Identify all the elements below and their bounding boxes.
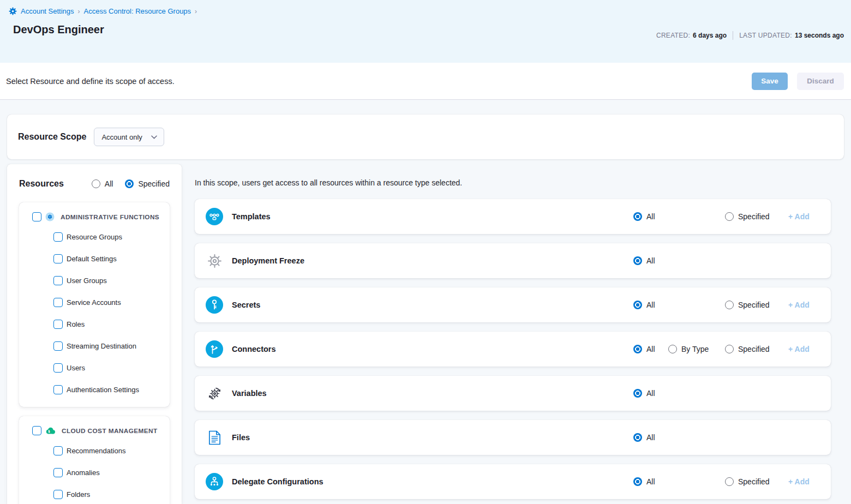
radio-all-secrets[interactable]: All <box>633 301 668 309</box>
radio-all-connectors[interactable]: All <box>633 345 668 353</box>
radio-control-specified[interactable] <box>725 301 734 309</box>
resource-rows: TemplatesAllSpecified+ AddDeployment Fre… <box>195 199 831 499</box>
radio-by-type-connectors[interactable]: By Type <box>668 345 725 353</box>
radio-specified-delegate-configurations[interactable]: Specified <box>725 477 788 486</box>
header-meta: CREATED: 6 days ago LAST UPDATED: 13 sec… <box>656 31 844 40</box>
add-button-connectors[interactable]: + Add <box>788 345 809 353</box>
checkbox-anomalies[interactable] <box>53 468 63 477</box>
checkbox-resource-groups[interactable] <box>53 232 63 242</box>
columns: Resources All Specified ADMINISTRATIVE F… <box>7 164 844 504</box>
radio-all-templates[interactable]: All <box>633 212 668 221</box>
checkbox-roles[interactable] <box>53 320 63 329</box>
item-label-authentication-settings: Authentication Settings <box>67 386 139 394</box>
row-controls: AllSpecified+ Add <box>633 477 809 486</box>
radio-control-all[interactable] <box>633 301 642 309</box>
resource-row-delegate-configurations: Delegate ConfigurationsAllSpecified+ Add <box>195 464 831 499</box>
radio-label-all: All <box>646 477 655 486</box>
sidebar-item-resource-groups[interactable]: Resource Groups <box>32 226 164 248</box>
checkbox-users[interactable] <box>53 363 63 373</box>
last-updated-value: 13 seconds ago <box>795 32 844 39</box>
templates-icon <box>206 208 223 225</box>
radio-all-files[interactable]: All <box>633 433 668 442</box>
radio-control-specified[interactable] <box>725 212 734 221</box>
resource-row-connectors: ConnectorsAllBy TypeSpecified+ Add <box>195 332 831 367</box>
radio-control-all[interactable] <box>633 212 642 221</box>
sidebar-item-default-settings[interactable]: Default Settings <box>32 248 164 269</box>
radio-control-specified[interactable] <box>725 345 734 353</box>
radio-control-all[interactable] <box>633 256 642 265</box>
radio-control-all[interactable] <box>633 433 642 442</box>
secrets-icon <box>206 296 223 314</box>
radio-control-by-type[interactable] <box>668 345 677 353</box>
radio-specified-control[interactable] <box>125 179 134 188</box>
radio-all-variables[interactable]: All <box>633 389 668 398</box>
radio-all[interactable]: All <box>92 179 113 188</box>
radio-label-all: All <box>646 212 655 221</box>
checkbox-recommendations[interactable] <box>53 446 63 455</box>
row-title-deployment-freeze: Deployment Freeze <box>232 256 304 265</box>
resource-scope-label: Resource Scope <box>18 132 86 142</box>
radio-control-specified[interactable] <box>725 477 734 486</box>
delegate-configurations-icon <box>206 473 223 490</box>
add-button-delegate-configurations[interactable]: + Add <box>788 477 809 486</box>
radio-label-specified: Specified <box>738 212 770 221</box>
sidebar-item-recommendations[interactable]: Recommendations <box>32 440 164 461</box>
checkbox-cloud-cost-management[interactable] <box>32 426 41 435</box>
radio-specified-templates[interactable]: Specified <box>725 212 788 221</box>
radio-all-delegate-configurations[interactable]: All <box>633 477 668 486</box>
row-title-variables: Variables <box>232 389 267 398</box>
radio-specified[interactable]: Specified <box>125 179 170 188</box>
resources-mode-radios: All Specified <box>92 179 170 188</box>
sidebar-item-authentication-settings[interactable]: Authentication Settings <box>32 379 164 400</box>
checkbox-service-accounts[interactable] <box>53 298 63 307</box>
save-button[interactable]: Save <box>752 73 788 90</box>
checkbox-authentication-settings[interactable] <box>53 385 63 394</box>
sidebar-header: Resources All Specified <box>19 179 170 189</box>
item-label-streaming-destination: Streaming Destination <box>67 342 136 350</box>
radio-specified-connectors[interactable]: Specified <box>725 345 788 353</box>
checkbox-user-groups[interactable] <box>53 276 63 285</box>
sidebar-item-folders[interactable]: Folders <box>32 483 164 504</box>
breadcrumb-account-settings[interactable]: Account Settings <box>21 7 74 15</box>
chevron-down-icon <box>151 135 157 139</box>
sidebar-item-roles[interactable]: Roles <box>32 313 164 335</box>
radio-label-specified: Specified <box>738 345 770 353</box>
group-label-administrative-functions: ADMINISTRATIVE FUNCTIONS <box>61 213 159 221</box>
sidebar-item-anomalies[interactable]: Anomalies <box>32 461 164 483</box>
row-controls: AllSpecified+ Add <box>633 301 809 309</box>
sidebar-item-user-groups[interactable]: User Groups <box>32 269 164 291</box>
checkbox-default-settings[interactable] <box>53 254 63 263</box>
row-title-connectors: Connectors <box>232 345 276 353</box>
row-title-templates: Templates <box>232 212 271 221</box>
resource-row-variables: VariablesAll <box>195 376 831 411</box>
resource-scope-selected-value: Account only <box>101 133 142 141</box>
files-icon <box>206 429 223 446</box>
sidebar-item-users[interactable]: Users <box>32 357 164 379</box>
radio-all-control[interactable] <box>92 179 100 188</box>
radio-control-all[interactable] <box>633 345 642 353</box>
discard-button[interactable]: Discard <box>797 73 844 90</box>
item-label-default-settings: Default Settings <box>67 255 117 263</box>
checkbox-administrative-functions[interactable] <box>32 212 41 221</box>
add-button-templates[interactable]: + Add <box>788 212 809 221</box>
meta-divider <box>733 31 733 40</box>
page-header: Account Settings › Access Control: Resou… <box>0 0 851 63</box>
resource-scope-dropdown[interactable]: Account only <box>94 128 164 146</box>
last-updated-label: LAST UPDATED: <box>739 32 792 39</box>
radio-all-deployment-freeze[interactable]: All <box>633 256 668 265</box>
toolbar-description: Select Resource and define its scope of … <box>6 77 175 86</box>
breadcrumb-resource-groups[interactable]: Access Control: Resource Groups <box>84 7 191 15</box>
toolbar-buttons: Save Discard <box>752 73 844 90</box>
add-button-secrets[interactable]: + Add <box>788 301 809 309</box>
item-label-service-accounts: Service Accounts <box>67 298 121 307</box>
radio-control-all[interactable] <box>633 477 642 486</box>
sidebar-item-service-accounts[interactable]: Service Accounts <box>32 291 164 313</box>
item-label-user-groups: User Groups <box>67 277 107 285</box>
radio-specified-secrets[interactable]: Specified <box>725 301 788 309</box>
radio-control-all[interactable] <box>633 389 642 398</box>
checkbox-folders[interactable] <box>53 490 63 499</box>
breadcrumb-separator: › <box>78 8 80 15</box>
radio-label-all: All <box>646 256 655 265</box>
sidebar-item-streaming-destination[interactable]: Streaming Destination <box>32 335 164 357</box>
checkbox-streaming-destination[interactable] <box>53 341 63 351</box>
